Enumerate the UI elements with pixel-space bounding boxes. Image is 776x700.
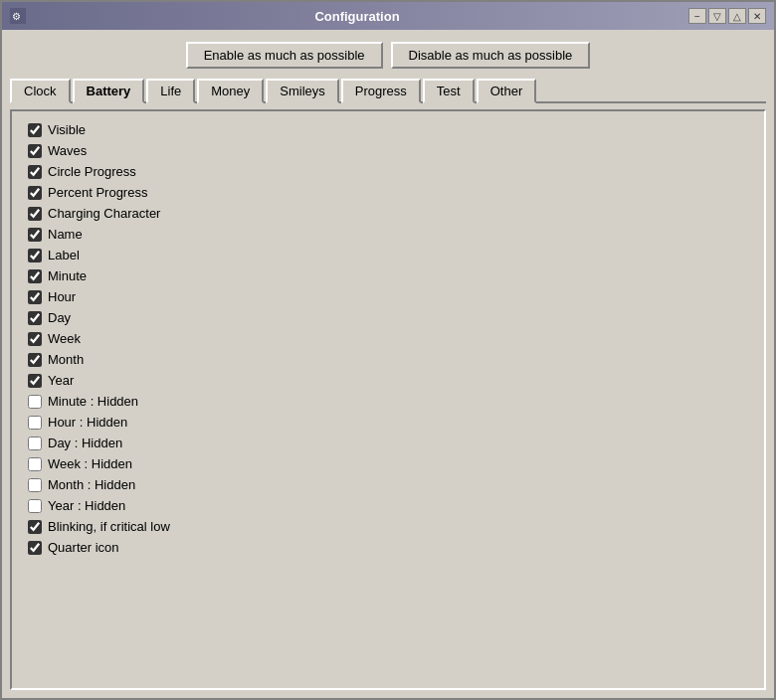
tab-life[interactable]: Life: [146, 79, 195, 103]
checkbox-item: Week : Hidden: [28, 453, 748, 474]
checkbox-item: Hour: [28, 286, 748, 307]
app-icon: ⚙: [10, 8, 26, 24]
tab-money[interactable]: Money: [197, 79, 264, 103]
checkbox-label-week_hidden[interactable]: Week : Hidden: [48, 456, 132, 471]
tab-content-battery: VisibleWavesCircle ProgressPercent Progr…: [10, 109, 766, 690]
checkbox-label-month[interactable]: Month: [48, 352, 84, 367]
checkbox-item: Quarter icon: [28, 537, 748, 558]
close-button[interactable]: ✕: [748, 8, 766, 24]
title-bar: ⚙ Configuration − ▽ △ ✕: [2, 2, 774, 30]
checkbox-item: Year: [28, 370, 748, 391]
checkbox-year_hidden[interactable]: [28, 499, 42, 513]
checkbox-label-visible[interactable]: Visible: [48, 122, 86, 137]
main-window: ⚙ Configuration − ▽ △ ✕ Enable as much a…: [0, 0, 776, 700]
maximize-button[interactable]: △: [728, 8, 746, 24]
checkbox-label-percent_progress[interactable]: Percent Progress: [48, 185, 147, 200]
checkbox-label-waves[interactable]: Waves: [48, 143, 87, 158]
checkbox-item: Day : Hidden: [28, 433, 748, 453]
tab-smileys[interactable]: Smileys: [266, 79, 339, 103]
checkbox-percent_progress[interactable]: [28, 186, 42, 200]
restore-button[interactable]: ▽: [708, 8, 726, 24]
top-buttons-bar: Enable as much as possible Disable as mu…: [10, 38, 766, 73]
disable-button[interactable]: Disable as much as possible: [391, 42, 591, 69]
checkbox-day[interactable]: [28, 311, 42, 325]
checkbox-item: Month : Hidden: [28, 474, 748, 495]
checkbox-item: Circle Progress: [28, 161, 748, 182]
checkbox-item: Week: [28, 328, 748, 349]
checkbox-item: Visible: [28, 119, 748, 140]
checkbox-label-circle_progress[interactable]: Circle Progress: [48, 164, 136, 179]
checkbox-item: Waves: [28, 140, 748, 161]
checkbox-label[interactable]: [28, 249, 42, 262]
checkbox-label-quarter_icon[interactable]: Quarter icon: [48, 540, 119, 555]
checkbox-minute_hidden[interactable]: [28, 395, 42, 409]
checkbox-item: Minute: [28, 265, 748, 286]
tabs-bar: Clock Battery Life Money Smileys Progres…: [10, 79, 766, 103]
checkbox-label-week[interactable]: Week: [48, 331, 81, 346]
checkbox-item: Day: [28, 307, 748, 328]
checkbox-label-hour_hidden[interactable]: Hour : Hidden: [48, 415, 127, 430]
checkbox-label-year[interactable]: Year: [48, 373, 74, 388]
checkbox-item: Hour : Hidden: [28, 412, 748, 433]
checkbox-label-blinking_critical[interactable]: Blinking, if critical low: [48, 519, 170, 534]
checkbox-item: Year : Hidden: [28, 495, 748, 516]
checkbox-name[interactable]: [28, 228, 42, 242]
checkbox-item: Month: [28, 349, 748, 370]
checkbox-waves[interactable]: [28, 144, 42, 158]
checkbox-circle_progress[interactable]: [28, 165, 42, 179]
svg-text:⚙: ⚙: [12, 11, 21, 22]
checkbox-label-day[interactable]: Day: [48, 310, 71, 325]
checkbox-blinking_critical[interactable]: [28, 520, 42, 534]
checkbox-hour[interactable]: [28, 290, 42, 304]
checkbox-month[interactable]: [28, 353, 42, 367]
checkbox-label-year_hidden[interactable]: Year : Hidden: [48, 498, 125, 513]
tab-progress[interactable]: Progress: [341, 79, 421, 103]
checkbox-item: Charging Character: [28, 203, 748, 224]
window-title: Configuration: [26, 9, 688, 24]
checkbox-minute[interactable]: [28, 269, 42, 283]
checkbox-day_hidden[interactable]: [28, 437, 42, 450]
checkbox-label-minute_hidden[interactable]: Minute : Hidden: [48, 394, 138, 409]
enable-button[interactable]: Enable as much as possible: [186, 42, 383, 69]
checkbox-hour_hidden[interactable]: [28, 416, 42, 430]
checkbox-label-charging_character[interactable]: Charging Character: [48, 206, 160, 221]
checkbox-label-label[interactable]: Label: [48, 248, 80, 262]
minimize-button[interactable]: −: [688, 8, 706, 24]
tab-other[interactable]: Other: [477, 79, 537, 103]
checkbox-item: Name: [28, 224, 748, 245]
checkbox-quarter_icon[interactable]: [28, 541, 42, 555]
checkbox-item: Minute : Hidden: [28, 391, 748, 412]
tab-battery[interactable]: Battery: [73, 79, 145, 103]
checkbox-visible[interactable]: [28, 123, 42, 137]
checkbox-label-month_hidden[interactable]: Month : Hidden: [48, 477, 135, 492]
checkbox-label-minute[interactable]: Minute: [48, 268, 87, 283]
tab-test[interactable]: Test: [423, 79, 475, 103]
window-controls: − ▽ △ ✕: [688, 8, 766, 24]
checkbox-year[interactable]: [28, 374, 42, 388]
checkbox-week[interactable]: [28, 332, 42, 346]
tab-clock[interactable]: Clock: [10, 79, 71, 103]
checkbox-week_hidden[interactable]: [28, 457, 42, 471]
window-content: Enable as much as possible Disable as mu…: [2, 30, 774, 698]
checkbox-charging_character[interactable]: [28, 207, 42, 221]
checkbox-item: Blinking, if critical low: [28, 516, 748, 537]
checkbox-label-day_hidden[interactable]: Day : Hidden: [48, 436, 122, 450]
checkbox-month_hidden[interactable]: [28, 478, 42, 492]
checkbox-label-hour[interactable]: Hour: [48, 289, 76, 304]
checkbox-item: Percent Progress: [28, 182, 748, 203]
checkbox-item: Label: [28, 245, 748, 265]
checkbox-label-name[interactable]: Name: [48, 227, 83, 242]
